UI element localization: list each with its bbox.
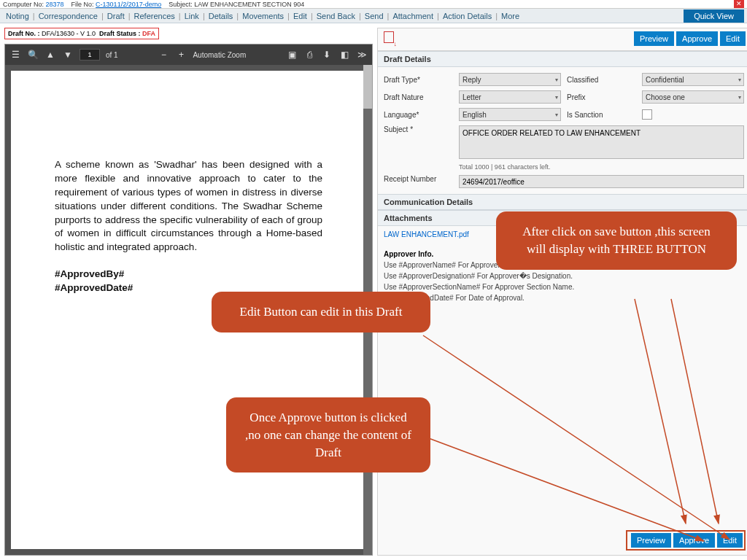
receipt-label: Receipt Number [384,175,453,188]
approver-l2: Use #ApproverDesignation# For Approver�s… [384,271,744,281]
callout-edit: Edit Button can edit in this Draft [212,292,430,332]
bookmark-icon[interactable]: ◧ [338,49,350,61]
page-input[interactable] [80,49,100,61]
language-label: Language* [384,111,453,119]
draft-form: Draft Type* Reply Classified Confidentia… [378,67,747,194]
zoom-out-icon[interactable]: − [158,49,169,61]
draft-type-label: Draft Type* [384,76,453,84]
menu-correspondence[interactable]: Correspondence [36,12,101,20]
quick-view-button[interactable]: Quick View [684,9,744,23]
menu-references[interactable]: References [131,12,178,20]
draft-no: DFA/13630 - V 1.0 [42,30,96,37]
menu-noting[interactable]: Noting [3,12,32,20]
presentation-icon[interactable]: ▣ [286,49,298,61]
menu-edit[interactable]: Edit [290,12,310,20]
section-draft-details: Draft Details [378,51,747,67]
bottom-button-group: Preview Approve Edit [626,530,746,551]
file-no[interactable]: C-13011/2/2017-demo [96,1,161,8]
approve-button[interactable]: Approve [676,31,718,46]
zoom-in-icon[interactable]: + [175,49,187,61]
prefix-label: Prefix [567,93,636,101]
draft-nature-label: Draft Nature [384,93,453,101]
menu-draft[interactable]: Draft [104,12,128,20]
print-icon[interactable]: ⎙ [303,49,315,61]
comp-no: 28378 [46,1,64,8]
callout-approve: Once Approve button is clicked ,no one c… [226,397,430,472]
subj-val: LAW ENHANCEMENT SECTION 904 [194,1,304,8]
menu-attachment[interactable]: Attachment [390,12,436,20]
zoom-select[interactable]: Automatic Zoom [193,51,246,59]
preview-button-bottom[interactable]: Preview [631,533,671,548]
draft-status-val: DFA [142,30,155,37]
sanction-label: Is Sanction [567,111,636,119]
approver-l3: Use #ApproverSectionName# For Approver S… [384,281,744,292]
menu-sendback[interactable]: Send Back [314,12,358,20]
page-down-icon[interactable]: ▼ [62,49,74,61]
draft-nature-select[interactable]: Letter [459,90,561,104]
approver-l4: Use #ApprovedDate# For Date of Approval. [384,292,744,303]
language-select[interactable]: English [459,108,561,121]
attachment-link[interactable]: LAW ENHANCEMENT.pdf [384,230,469,238]
subj-label: Subject: [169,1,193,8]
approve-button-bottom[interactable]: Approve [673,533,715,548]
classified-label: Classified [567,76,636,84]
menu-send[interactable]: Send [362,12,387,20]
draft-type-select[interactable]: Reply [459,73,561,86]
preview-button[interactable]: Preview [634,31,674,46]
page-total: of 1 [106,51,118,59]
subject-textarea[interactable] [459,125,744,159]
draft-status-box: Draft No. : DFA/13630 - V 1.0 Draft Stat… [4,28,159,39]
file-no-label: File No: [71,1,94,8]
sanction-checkbox[interactable] [642,109,652,120]
section-comm-details[interactable]: Communication Details [378,194,747,210]
close-icon[interactable]: ✕ [734,0,744,8]
char-count: Total 1000 | 961 characters left. [459,163,744,171]
sidebar-toggle-icon[interactable]: ☰ [9,49,21,61]
approver-heading: Approver Info. [384,250,433,258]
right-panel: Preview Approve Edit Draft Details Draft… [377,28,747,556]
draft-no-label: Draft No. : [8,30,40,37]
draft-status-label: Draft Status : [99,30,141,37]
edit-button-bottom[interactable]: Edit [717,533,743,548]
search-icon[interactable]: 🔍 [27,49,39,61]
pdf-ph-approvedby: #ApprovedBy# [55,268,322,281]
menu-more[interactable]: More [498,12,522,20]
download-draft-icon[interactable] [382,31,395,46]
subject-label: Subject * [384,125,453,133]
classified-select[interactable]: Confidential [642,73,744,86]
menu-link[interactable]: Link [182,12,202,20]
page-up-icon[interactable]: ▲ [44,49,56,61]
top-bar: Computer No: 28378 File No: C-13011/2/20… [0,0,747,9]
menu-movements[interactable]: Movements [239,12,287,20]
menu-bar: Noting| Correspondence| Draft| Reference… [0,9,747,23]
prefix-select[interactable]: Choose one [642,90,744,104]
menu-actiondetails[interactable]: Action Details [440,12,495,20]
download-icon[interactable]: ⬇ [321,49,333,61]
receipt-input[interactable] [459,175,744,188]
menu-details[interactable]: Details [206,12,236,20]
callout-save: After click on save button ,this screen … [496,211,737,270]
pdf-body: A scheme known as 'Swadhar' has been des… [55,158,322,254]
tools-icon[interactable]: ≫ [356,49,368,61]
edit-button[interactable]: Edit [720,31,746,46]
comp-no-label: Computer No: [3,1,44,8]
pdf-toolbar: ☰ 🔍 ▲ ▼ of 1 − + Automatic Zoom ▣ ⎙ ⬇ ◧ … [5,44,372,65]
